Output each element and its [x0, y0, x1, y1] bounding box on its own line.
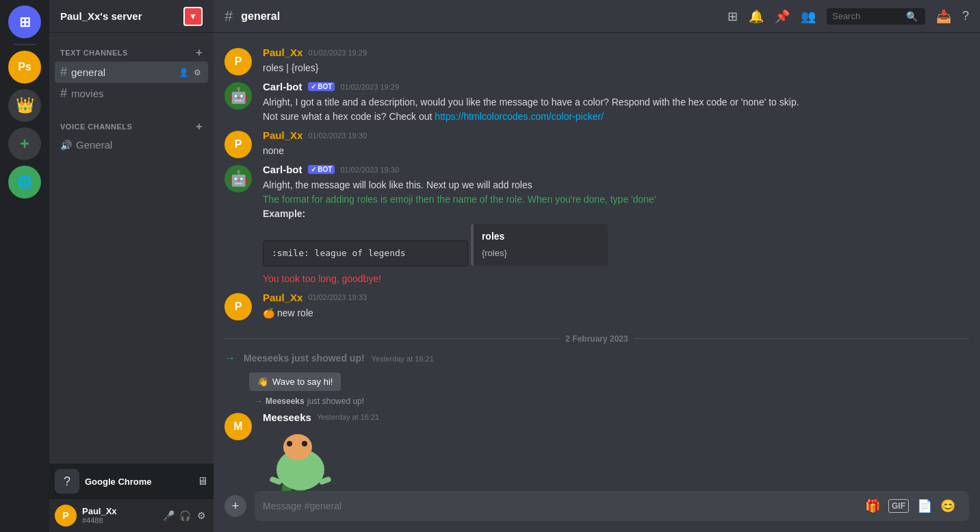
- message-author: Paul_Xx: [263, 47, 302, 58]
- gif-button[interactable]: GIF: [888, 499, 909, 513]
- channel-item-general-voice[interactable]: 🔊 General: [55, 136, 208, 154]
- meeseeks-image: [263, 429, 338, 492]
- user-settings-button[interactable]: ⚙: [194, 509, 208, 522]
- carlbot-line3: Example:: [263, 208, 305, 219]
- channel-sidebar: Paul_Xx's server ▼ TEXT CHANNELS + # gen…: [49, 0, 214, 532]
- add-attachment-button[interactable]: +: [224, 495, 246, 517]
- emoji-button[interactable]: 😊: [940, 498, 955, 514]
- server-list: ⊞ Ps 👑 + 🌐: [0, 0, 49, 532]
- message-timestamp: 01/02/2023 19:29: [340, 83, 399, 91]
- reply-ref: → Meeseeks just showed up!: [255, 396, 969, 406]
- channel-hash-icon: #: [60, 86, 67, 101]
- table-row: P Paul_Xx 01/02/2023 19:33 🍊 new role: [214, 289, 980, 323]
- help-icon[interactable]: ?: [962, 9, 969, 23]
- avatar: P: [224, 131, 252, 158]
- date-line-left: [224, 338, 560, 339]
- search-icon: 🔍: [906, 11, 918, 22]
- voice-channels-label: VOICE CHANNELS: [60, 123, 132, 131]
- reply-ref-text: just showed up!: [307, 396, 364, 406]
- message-header: Paul_Xx 01/02/2023 19:29: [263, 47, 969, 58]
- wave-button[interactable]: 👋 Wave to say hi!: [249, 372, 341, 391]
- embed-title: roles: [482, 229, 599, 244]
- settings-channel-icon[interactable]: ⚙: [192, 67, 203, 78]
- avatar: 🤖: [224, 82, 252, 110]
- message-header: Carl-bot ✓ BOT 01/02/2023 19:29: [263, 81, 969, 92]
- thread-icon[interactable]: ⊞: [727, 9, 738, 24]
- message-author: Carl-bot: [263, 164, 302, 175]
- add-member-icon[interactable]: 👤: [178, 67, 189, 78]
- join-timestamp: Yesterday at 16:21: [372, 355, 434, 363]
- discord-home-icon[interactable]: ⊞: [8, 5, 41, 38]
- message-header: Paul_Xx 01/02/2023 19:33: [263, 292, 969, 303]
- date-label: 2 February 2023: [565, 334, 628, 344]
- pin-icon[interactable]: 📌: [775, 9, 790, 24]
- timeout-text: You took too long, goodbye!: [263, 272, 969, 286]
- meeseeks-eye-left: [287, 441, 292, 446]
- messages-container[interactable]: P Paul_Xx 01/02/2023 19:29 roles | {role…: [214, 33, 980, 491]
- search-bar[interactable]: 🔍: [827, 8, 925, 25]
- message-content: Carl-bot ✓ BOT 01/02/2023 19:30 Alright,…: [263, 164, 969, 286]
- channel-item-movies[interactable]: # movies: [55, 83, 208, 104]
- members-icon[interactable]: 👥: [801, 9, 816, 24]
- wave-emoji: 👋: [257, 377, 268, 387]
- add-text-channel-button[interactable]: +: [196, 47, 203, 59]
- server-header[interactable]: Paul_Xx's server ▼: [49, 0, 214, 33]
- add-voice-channel-button[interactable]: +: [196, 121, 203, 133]
- wave-button-label: Wave to say hi!: [272, 377, 333, 387]
- message-input-wrapper[interactable]: 🎁 GIF 📄 😊: [255, 491, 969, 521]
- text-channels-header[interactable]: TEXT CHANNELS +: [55, 44, 208, 62]
- join-notice: → Meeseeks just showed up! Yesterday at …: [214, 349, 980, 367]
- server-ps-icon[interactable]: Ps: [8, 51, 41, 84]
- bot-badge: ✓ BOT: [308, 82, 335, 91]
- embed-desc: {roles}: [482, 246, 599, 260]
- inbox-icon[interactable]: 📥: [936, 9, 951, 24]
- server-dropdown-button[interactable]: ▼: [183, 7, 203, 26]
- date-line-right: [634, 338, 969, 339]
- chat-channel-name: general: [241, 10, 280, 23]
- channel-hash-icon: #: [60, 65, 67, 79]
- voice-channel-name: General: [76, 139, 203, 151]
- user-info: Paul_Xx #4488: [82, 506, 156, 526]
- sticker-button[interactable]: 📄: [917, 498, 932, 514]
- server-name: Paul_Xx's server: [60, 10, 142, 22]
- avatar: 🤖: [224, 165, 252, 192]
- search-input[interactable]: [832, 11, 901, 21]
- avatar: P: [224, 293, 252, 320]
- notification-bell-icon[interactable]: 🔔: [749, 9, 764, 24]
- message-text: Alright, I got a title and a description…: [263, 95, 969, 124]
- channel-name-movies: movies: [71, 88, 203, 99]
- message-author: Paul_Xx: [263, 129, 302, 141]
- reply-arrow-icon: →: [255, 396, 263, 406]
- headphone-button[interactable]: 🎧: [178, 509, 192, 522]
- message-content: Carl-bot ✓ BOT 01/02/2023 19:29 Alright,…: [263, 81, 969, 124]
- message-content: Meeseeks Yesterday at 16:21: [263, 411, 969, 492]
- message-author: Carl-bot: [263, 81, 302, 92]
- add-server-icon[interactable]: +: [8, 127, 41, 160]
- table-row: M Meeseeks Yesterday at 16:21: [214, 409, 980, 492]
- server-crown-icon[interactable]: 👑: [8, 89, 41, 122]
- message-text: none: [263, 144, 969, 158]
- user-avatar-paul3: P: [224, 293, 252, 320]
- message-input[interactable]: [263, 501, 865, 511]
- message-header: Meeseeks Yesterday at 16:21: [263, 411, 969, 423]
- explore-icon[interactable]: 🌐: [8, 166, 41, 199]
- voice-channels-header[interactable]: VOICE CHANNELS +: [55, 118, 208, 136]
- join-text: Meeseeks just showed up! Yesterday at 16…: [244, 353, 434, 364]
- meeseeks-eye-right: [302, 441, 307, 446]
- color-picker-link[interactable]: https://htmlcolorcodes.com/color-picker/: [435, 111, 604, 122]
- message-content: Paul_Xx 01/02/2023 19:29 roles | {roles}: [263, 47, 969, 75]
- gift-button[interactable]: 🎁: [865, 498, 880, 514]
- code-block: :smile: league of legends: [263, 240, 468, 266]
- user-avatar-paul2: P: [224, 131, 252, 158]
- app-name: Google Chrome: [85, 477, 152, 487]
- user-controls: 🎤 🎧 ⚙: [162, 509, 208, 522]
- monitor-icon[interactable]: 🖥: [197, 475, 208, 487]
- channel-item-general[interactable]: # general 👤 ⚙: [55, 62, 208, 83]
- mic-button[interactable]: 🎤: [162, 509, 175, 522]
- table-row: P Paul_Xx 01/02/2023 19:30 none: [214, 127, 980, 161]
- message-header: Carl-bot ✓ BOT 01/02/2023 19:30: [263, 164, 969, 175]
- message-timestamp: 01/02/2023 19:30: [340, 166, 399, 174]
- carlbot-avatar2: 🤖: [224, 165, 252, 192]
- embed-block: roles {roles}: [471, 224, 608, 266]
- message-header: Paul_Xx 01/02/2023 19:30: [263, 129, 969, 141]
